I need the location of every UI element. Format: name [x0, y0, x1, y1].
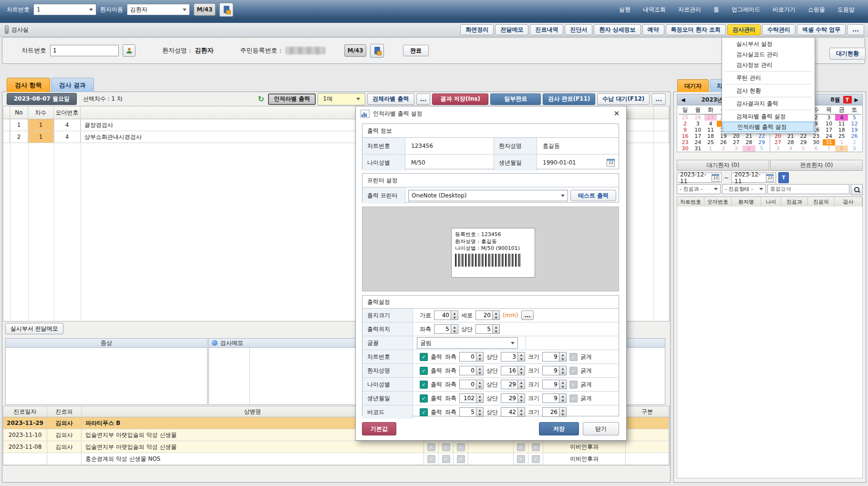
- toolbar-button[interactable]: 예약: [642, 24, 664, 35]
- spinner-down-icon[interactable]: [493, 329, 499, 333]
- spinner-down-icon[interactable]: [518, 412, 525, 416]
- calendar-date[interactable]: 11: [704, 127, 717, 133]
- close-icon[interactable]: [612, 109, 621, 118]
- calendar-date[interactable]: 9: [848, 145, 861, 152]
- menu-item[interactable]: 검사 현황: [722, 85, 815, 96]
- spinner-input[interactable]: [501, 380, 518, 389]
- action-button[interactable]: 수납 대기(F12): [597, 93, 650, 105]
- waiting-status-button[interactable]: 대기현황: [829, 48, 866, 60]
- toolbar-button[interactable]: 화면정리: [460, 24, 494, 35]
- calendar-date[interactable]: 19: [717, 133, 730, 139]
- topbar-menu-item[interactable]: 실행: [619, 6, 630, 14]
- checkbox-checked-icon[interactable]: [457, 455, 465, 463]
- calendar-date[interactable]: 5: [797, 145, 810, 152]
- calendar-date[interactable]: 25: [679, 114, 692, 121]
- menu-item[interactable]: 실시부서 설정: [722, 39, 815, 49]
- font-select[interactable]: 굴림: [417, 337, 518, 349]
- calendar-date[interactable]: 28: [743, 139, 755, 145]
- topbar-menu-item[interactable]: 도움말: [837, 6, 855, 14]
- topbar-menu-item[interactable]: 자료관리: [678, 6, 701, 14]
- calendar-date[interactable]: 31: [692, 145, 704, 152]
- calendar-date[interactable]: 1: [704, 145, 717, 152]
- topbar-menu-item[interactable]: 업그레이드: [732, 6, 760, 14]
- calendar-date[interactable]: 24: [823, 133, 836, 139]
- spinner-down-icon[interactable]: [476, 371, 483, 375]
- spinner-input[interactable]: [501, 393, 518, 403]
- table-row[interactable]: 2023-11-08김의사입술연지부 아랫입술의 악성 신생물이비인후과: [3, 441, 669, 453]
- bold-checkbox-disabled[interactable]: [569, 381, 578, 389]
- calendar-date[interactable]: 1: [835, 139, 848, 145]
- calendar-date[interactable]: 18: [835, 127, 848, 133]
- calendar-date[interactable]: 28: [784, 139, 797, 145]
- spinner-down-icon[interactable]: [518, 371, 525, 375]
- menu-item[interactable]: 검사결과지 출력: [722, 98, 815, 109]
- spinner-up-icon[interactable]: [476, 380, 483, 384]
- spinner-input[interactable]: [542, 366, 559, 375]
- toolbar-button[interactable]: 수탁관리: [762, 24, 796, 35]
- toolbar-button[interactable]: 진료내역: [530, 24, 563, 35]
- date-from-input[interactable]: 2023-12-11: [677, 173, 722, 183]
- checkbox-checked-icon[interactable]: [457, 443, 465, 451]
- calendar-date[interactable]: 2: [679, 121, 692, 127]
- toolbar-button[interactable]: 엑셀 수탁 업무: [797, 24, 846, 35]
- spinner-up-icon[interactable]: [493, 311, 499, 315]
- spinner-down-icon[interactable]: [476, 398, 483, 403]
- toolbar-button[interactable]: 전달메모: [495, 24, 528, 35]
- calendar-date[interactable]: 3: [730, 145, 743, 152]
- calendar-date[interactable]: 3: [772, 145, 785, 152]
- spinner-up-icon[interactable]: [476, 408, 483, 412]
- calendar-date[interactable]: 26: [717, 139, 730, 145]
- calendar-date[interactable]: 10: [823, 121, 836, 127]
- spinner-down-icon[interactable]: [518, 384, 525, 389]
- calendar-date[interactable]: 19: [848, 127, 861, 133]
- action-button[interactable]: ...: [416, 93, 431, 105]
- spinner-down-icon[interactable]: [559, 398, 566, 403]
- action-button[interactable]: 일부완료: [490, 93, 541, 105]
- calendar-date[interactable]: 29: [797, 139, 810, 145]
- calendar-date[interactable]: 9: [679, 127, 692, 133]
- spinner-input[interactable]: [501, 407, 518, 417]
- calendar-date[interactable]: 5: [848, 114, 861, 121]
- calendar-date[interactable]: 31: [823, 139, 836, 145]
- spinner-down-icon[interactable]: [559, 357, 566, 361]
- spinner-down-icon[interactable]: [476, 357, 483, 361]
- search-input[interactable]: [767, 184, 849, 194]
- menu-item[interactable]: 루틴 관리: [722, 72, 815, 83]
- today-button[interactable]: T: [778, 172, 789, 183]
- spinner-up-icon[interactable]: [518, 366, 525, 371]
- topbar-menu-item[interactable]: 쇼핑몰: [808, 6, 825, 14]
- spinner-down-icon[interactable]: [559, 412, 566, 416]
- print-checkbox-checked[interactable]: [420, 367, 428, 375]
- spinner-up-icon[interactable]: [518, 380, 525, 384]
- action-button[interactable]: 검체라벨 출력: [367, 93, 414, 105]
- toolbar-button[interactable]: 특정오더 환자 조회: [666, 24, 726, 35]
- patient-name-select[interactable]: 김환자: [127, 4, 190, 15]
- calendar-date[interactable]: 20: [730, 133, 743, 139]
- calendar-date[interactable]: 7: [823, 145, 836, 152]
- calendar-icon[interactable]: [712, 174, 719, 182]
- spinner-input[interactable]: [459, 380, 476, 389]
- spinner-up-icon[interactable]: [451, 325, 458, 329]
- calendar-date[interactable]: 17: [692, 133, 704, 139]
- calendar-date[interactable]: 24: [692, 139, 704, 145]
- status-done-button[interactable]: 완료: [403, 45, 429, 56]
- spinner-down-icon[interactable]: [451, 329, 458, 333]
- checkbox-checked-icon[interactable]: [442, 443, 450, 451]
- symptom-body[interactable]: [5, 348, 207, 405]
- save-button[interactable]: 저장: [539, 422, 579, 435]
- spinner-input[interactable]: [459, 407, 476, 417]
- spinner-input[interactable]: [475, 310, 493, 320]
- spinner-up-icon[interactable]: [559, 408, 566, 412]
- spinner-input[interactable]: [434, 310, 451, 320]
- toolbar-button[interactable]: 진단서: [565, 24, 592, 35]
- spinner-up-icon[interactable]: [559, 380, 566, 384]
- chart-no-select[interactable]: 1: [33, 4, 96, 15]
- bold-checkbox-disabled[interactable]: [569, 367, 578, 375]
- action-button[interactable]: ...: [651, 93, 666, 105]
- spinner-up-icon[interactable]: [518, 408, 525, 412]
- calendar-date[interactable]: 6: [810, 145, 823, 152]
- calendar-date[interactable]: 8: [835, 145, 848, 152]
- sms-button[interactable]: [370, 44, 384, 58]
- dialog-titlebar[interactable]: 인적라벨 출력 설정: [356, 106, 626, 121]
- spinner-input[interactable]: [501, 352, 518, 362]
